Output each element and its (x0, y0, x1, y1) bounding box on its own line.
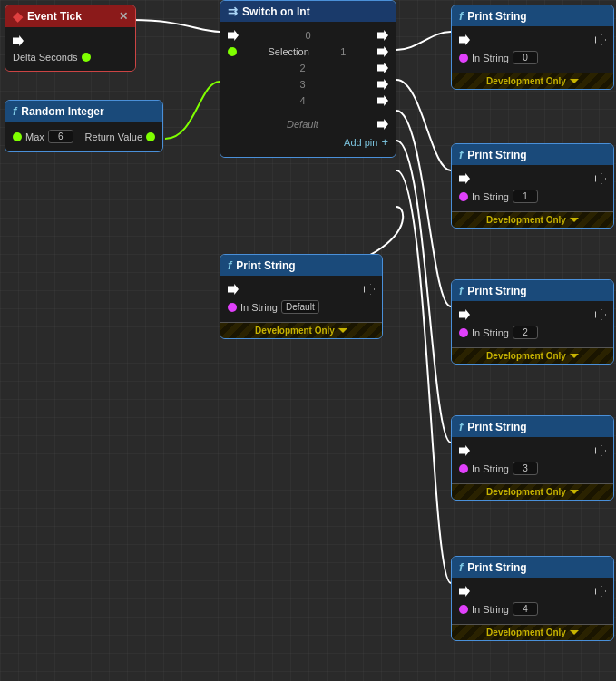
print-0-exec-in[interactable] (459, 34, 470, 45)
f-icon-2: f (459, 284, 463, 297)
switch-out-3[interactable] (377, 79, 388, 90)
print-4-body: In String 4 (452, 578, 613, 624)
random-int-title: Random Integer (21, 105, 103, 118)
switch-out-0[interactable] (377, 30, 388, 41)
print-2-instring-pin[interactable] (459, 328, 468, 337)
f-icon: f (13, 104, 16, 118)
print-center-header: f Print String (220, 255, 382, 276)
exec-out-pin[interactable] (13, 35, 24, 46)
print-2-exec-in[interactable] (459, 309, 470, 320)
switch-default-out[interactable] (377, 119, 388, 130)
diamond-icon: ◆ (13, 9, 23, 24)
print-2-exec-out[interactable] (595, 309, 606, 320)
print-1-instring-pin[interactable] (459, 192, 468, 201)
print-center-devonly: Development Only (220, 322, 382, 338)
print-center-instring-value[interactable]: Default (281, 300, 319, 314)
switch-out-2[interactable] (377, 63, 388, 73)
event-tick-body: Delta Seconds (5, 27, 135, 71)
print-0-instring-pin[interactable] (459, 54, 468, 63)
print-center-exec-out[interactable] (364, 284, 375, 295)
print-2-devonly: Development Only (452, 347, 613, 364)
print-string-1-node: f Print String In String 1 Development O… (451, 143, 614, 229)
max-label: Max (25, 131, 44, 142)
switch-output-1-label: 1 (340, 46, 346, 57)
delta-seconds-pin[interactable] (82, 53, 91, 62)
selection-row: Selection 1 (220, 44, 396, 60)
print-2-devonly-label: Development Only (486, 351, 566, 361)
switch-row-4: 4 (220, 92, 396, 109)
switch-out-1[interactable] (377, 46, 388, 57)
print-center-exec-in[interactable] (228, 284, 239, 295)
print-4-exec-in[interactable] (459, 586, 470, 597)
random-int-body: Max 6 Return Value (5, 122, 162, 151)
print-4-devonly: Development Only (452, 624, 613, 640)
max-value[interactable]: 6 (48, 130, 73, 143)
switch-output-3-label: 3 (299, 79, 305, 90)
switch-out-4[interactable] (377, 95, 388, 106)
print-0-body: In String 0 (452, 26, 613, 73)
print-3-instring-pin[interactable] (459, 464, 468, 473)
switch-output-2-label: 2 (299, 63, 305, 73)
print-3-exec-in[interactable] (459, 445, 470, 456)
random-int-header: f Random Integer (5, 101, 162, 122)
switch-row-2: 2 (220, 60, 396, 76)
print-0-instring-value[interactable]: 0 (513, 51, 538, 64)
close-icon[interactable]: ✕ (119, 10, 128, 23)
print-center-exec-row (220, 281, 382, 297)
print-4-instring-pin[interactable] (459, 605, 468, 614)
print-string-0-node: f Print String In String 0 Development O… (451, 5, 614, 90)
print-1-instring-label: In String (472, 191, 509, 202)
print-2-exec-row (452, 306, 613, 323)
print-1-exec-out[interactable] (595, 173, 606, 184)
print-3-devonly-label: Development Only (486, 487, 566, 497)
print-center-instring-pin[interactable] (228, 303, 237, 312)
print-1-exec-row (452, 170, 613, 187)
event-tick-header: ◆ Event Tick ✕ (5, 5, 135, 27)
switch-row-3: 3 (220, 76, 396, 92)
return-value-pin[interactable] (146, 132, 155, 141)
switch-icon: ⇉ (228, 5, 238, 18)
print-2-header: f Print String (452, 280, 613, 301)
print-center-devonly-label: Development Only (255, 326, 335, 336)
print-4-instring-label: In String (472, 604, 509, 615)
switch-exec-in[interactable] (228, 30, 239, 41)
delta-seconds-label: Delta Seconds (13, 52, 78, 63)
selection-label: Selection (269, 46, 309, 57)
print-4-devonly-label: Development Only (486, 627, 566, 637)
print-0-exec-out[interactable] (595, 34, 606, 45)
f-icon-center: f (228, 258, 231, 272)
print-2-instring-value[interactable]: 2 (513, 326, 538, 339)
print-0-chevron (570, 79, 579, 83)
selection-pin[interactable] (228, 47, 237, 56)
print-2-instring-row: In String 2 (452, 323, 613, 342)
event-tick-node: ◆ Event Tick ✕ Delta Seconds (5, 5, 136, 72)
print-center-title: Print String (236, 259, 295, 272)
print-center-instring-row: In String Default (220, 297, 382, 316)
print-3-instring-value[interactable]: 3 (513, 462, 538, 475)
switch-exec-row: 0 (220, 27, 396, 44)
print-1-title: Print String (467, 149, 526, 161)
print-0-instring-label: In String (472, 53, 509, 63)
print-3-body: In String 3 (452, 437, 613, 483)
event-tick-title: Event Tick (27, 10, 82, 23)
print-1-chevron (570, 218, 579, 222)
add-pin-icon[interactable]: + (381, 135, 388, 149)
print-2-title: Print String (467, 285, 526, 297)
switch-output-4-label: 4 (299, 95, 305, 106)
print-4-exec-out[interactable] (595, 586, 606, 597)
print-string-3-node: f Print String In String 3 Development O… (451, 415, 614, 501)
print-1-exec-in[interactable] (459, 173, 470, 184)
default-label: Default (287, 119, 318, 130)
print-string-4-node: f Print String In String 4 Development O… (451, 556, 614, 641)
switch-body: 0 Selection 1 2 3 4 Default (220, 22, 396, 157)
print-string-2-node: f Print String In String 2 Development O… (451, 279, 614, 365)
print-1-instring-value[interactable]: 1 (513, 190, 538, 203)
print-0-devonly-label: Development Only (486, 76, 566, 86)
f-icon-3: f (459, 420, 463, 433)
print-3-exec-row (452, 443, 613, 459)
max-pin-in[interactable] (13, 132, 22, 141)
add-pin-label: Add pin (344, 137, 377, 148)
print-4-instring-value[interactable]: 4 (513, 602, 538, 616)
add-pin-row[interactable]: Add pin + (220, 132, 396, 151)
print-3-exec-out[interactable] (595, 445, 606, 456)
